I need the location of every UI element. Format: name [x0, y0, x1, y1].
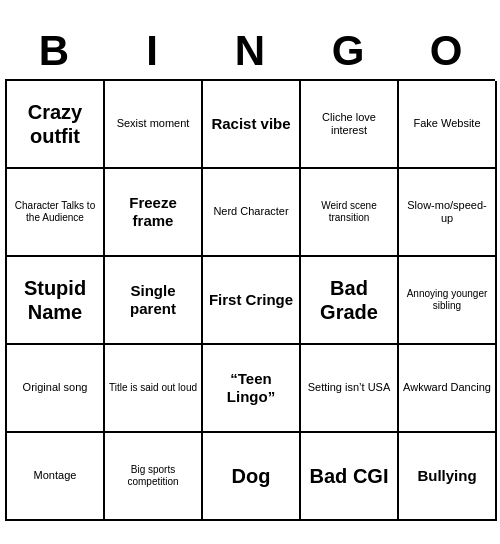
- cell-text-1-3: Weird scene transition: [305, 200, 393, 224]
- header-n: N: [206, 27, 294, 75]
- cell-4-4[interactable]: Bullying: [399, 433, 497, 521]
- cell-2-3[interactable]: Bad Grade: [301, 257, 399, 345]
- bingo-header: B I N G O: [5, 23, 495, 79]
- cell-text-1-4: Slow-mo/speed-up: [403, 199, 491, 225]
- cell-text-0-4: Fake Website: [413, 117, 480, 130]
- cell-0-2[interactable]: Racist vibe: [203, 81, 301, 169]
- cell-0-4[interactable]: Fake Website: [399, 81, 497, 169]
- cell-0-0[interactable]: Crazy outfit: [7, 81, 105, 169]
- cell-0-3[interactable]: Cliche love interest: [301, 81, 399, 169]
- bingo-grid: Crazy outfitSexist momentRacist vibeClic…: [5, 79, 495, 521]
- cell-2-4[interactable]: Annoying younger sibling: [399, 257, 497, 345]
- cell-4-2[interactable]: Dog: [203, 433, 301, 521]
- cell-text-3-0: Original song: [23, 381, 88, 394]
- cell-text-1-1: Freeze frame: [109, 194, 197, 230]
- header-g: G: [304, 27, 392, 75]
- cell-text-1-2: Nerd Character: [213, 205, 288, 218]
- cell-text-2-1: Single parent: [109, 282, 197, 318]
- cell-text-3-1: Title is said out loud: [109, 382, 197, 394]
- cell-2-1[interactable]: Single parent: [105, 257, 203, 345]
- cell-4-0[interactable]: Montage: [7, 433, 105, 521]
- cell-3-3[interactable]: Setting isn’t USA: [301, 345, 399, 433]
- cell-4-3[interactable]: Bad CGI: [301, 433, 399, 521]
- cell-3-2[interactable]: “Teen Lingo”: [203, 345, 301, 433]
- cell-3-1[interactable]: Title is said out loud: [105, 345, 203, 433]
- cell-1-4[interactable]: Slow-mo/speed-up: [399, 169, 497, 257]
- cell-1-2[interactable]: Nerd Character: [203, 169, 301, 257]
- cell-1-3[interactable]: Weird scene transition: [301, 169, 399, 257]
- cell-text-2-2: First Cringe: [209, 291, 293, 309]
- header-i: I: [108, 27, 196, 75]
- cell-text-0-3: Cliche love interest: [305, 111, 393, 137]
- cell-text-0-1: Sexist moment: [117, 117, 190, 130]
- bingo-card: B I N G O Crazy outfitSexist momentRacis…: [5, 23, 495, 521]
- cell-text-3-4: Awkward Dancing: [403, 381, 491, 394]
- cell-4-1[interactable]: Big sports competition: [105, 433, 203, 521]
- cell-2-2[interactable]: First Cringe: [203, 257, 301, 345]
- cell-2-0[interactable]: Stupid Name: [7, 257, 105, 345]
- cell-text-1-0: Character Talks to the Audience: [11, 200, 99, 224]
- cell-3-4[interactable]: Awkward Dancing: [399, 345, 497, 433]
- cell-text-4-4: Bullying: [417, 467, 476, 485]
- cell-text-0-2: Racist vibe: [211, 115, 290, 133]
- cell-1-0[interactable]: Character Talks to the Audience: [7, 169, 105, 257]
- cell-text-0-0: Crazy outfit: [11, 100, 99, 148]
- cell-1-1[interactable]: Freeze frame: [105, 169, 203, 257]
- cell-text-4-1: Big sports competition: [109, 464, 197, 488]
- header-o: O: [402, 27, 490, 75]
- cell-0-1[interactable]: Sexist moment: [105, 81, 203, 169]
- cell-3-0[interactable]: Original song: [7, 345, 105, 433]
- cell-text-2-4: Annoying younger sibling: [403, 288, 491, 312]
- cell-text-4-2: Dog: [232, 464, 271, 488]
- cell-text-4-3: Bad CGI: [310, 464, 389, 488]
- cell-text-4-0: Montage: [34, 469, 77, 482]
- cell-text-3-2: “Teen Lingo”: [207, 370, 295, 406]
- cell-text-2-3: Bad Grade: [305, 276, 393, 324]
- header-b: B: [10, 27, 98, 75]
- cell-text-3-3: Setting isn’t USA: [308, 381, 391, 394]
- cell-text-2-0: Stupid Name: [11, 276, 99, 324]
